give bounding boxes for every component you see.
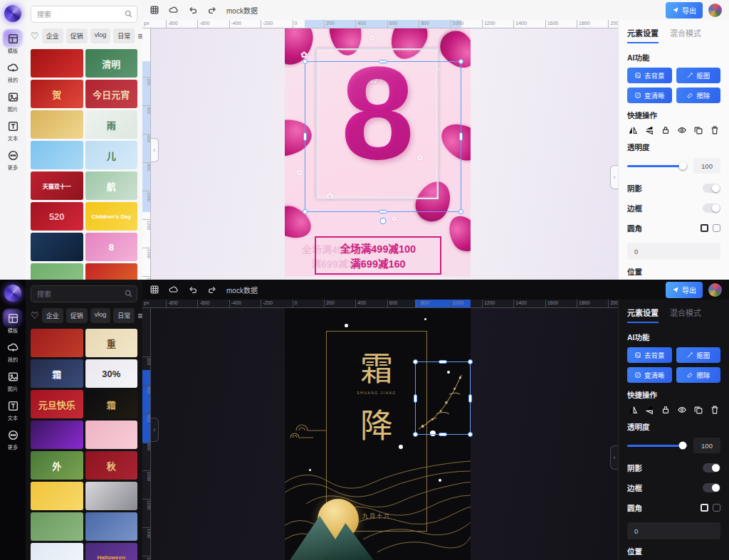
resize-handle[interactable]	[379, 60, 387, 63]
trash-icon[interactable]	[710, 405, 720, 415]
expand-panel-chevron[interactable]: ›	[610, 445, 618, 470]
flip-horizontal-icon[interactable]	[628, 125, 638, 135]
radius-value-field[interactable]: 0	[627, 243, 720, 260]
template-thumbnail[interactable]: 8	[85, 233, 138, 261]
template-thumbnail[interactable]: 元旦快乐	[31, 390, 83, 418]
layers-grid-icon[interactable]	[150, 285, 159, 295]
opacity-slider[interactable]	[627, 445, 688, 447]
search-input[interactable]	[31, 6, 137, 23]
border-toggle[interactable]	[703, 204, 720, 213]
remove-background-button[interactable]: 去背景	[627, 347, 672, 363]
template-thumbnail[interactable]	[31, 543, 83, 560]
user-avatar[interactable]	[708, 4, 722, 17]
template-thumbnail[interactable]: 清明	[85, 49, 138, 78]
filter-chip[interactable]: vlog	[90, 308, 111, 323]
template-thumbnail[interactable]	[31, 263, 83, 280]
app-logo[interactable]	[4, 285, 21, 302]
template-thumbnail[interactable]: 雨	[85, 110, 138, 139]
redo-icon[interactable]	[207, 285, 217, 295]
expand-panel-chevron[interactable]: ›	[610, 165, 618, 189]
app-logo[interactable]	[4, 5, 21, 22]
template-thumbnail[interactable]: 儿	[85, 141, 138, 169]
resize-handle[interactable]	[458, 209, 463, 214]
user-avatar[interactable]	[708, 283, 722, 297]
tab-blend-mode[interactable]: 混合模式	[670, 27, 701, 43]
cloud-save-icon[interactable]	[169, 285, 179, 295]
trash-icon[interactable]	[710, 125, 720, 135]
template-thumbnail[interactable]: 520	[31, 202, 83, 231]
resize-handle[interactable]	[303, 209, 308, 214]
canvas-area[interactable]: -800-600-400-200020040060080010001200140…	[142, 20, 618, 280]
eye-icon[interactable]	[677, 125, 687, 135]
template-thumbnail[interactable]: 霜	[31, 359, 83, 388]
sidebar-item-images[interactable]: 图片	[0, 88, 26, 117]
template-thumbnail[interactable]: 外	[31, 451, 83, 480]
radius-unlinked-icon[interactable]	[713, 504, 720, 512]
filter-chip[interactable]: 企业	[42, 308, 63, 323]
resize-handle[interactable]	[439, 360, 447, 364]
lock-icon[interactable]	[661, 125, 671, 135]
enhance-button[interactable]: 变清晰	[627, 88, 672, 103]
template-thumbnail[interactable]: 秋	[85, 451, 138, 480]
radius-unlinked-icon[interactable]	[713, 224, 720, 232]
rotate-handle[interactable]	[380, 218, 387, 224]
filter-chip[interactable]: vlog	[90, 28, 111, 43]
radius-linked-icon[interactable]	[701, 224, 708, 232]
template-thumbnail[interactable]	[85, 512, 138, 541]
radius-linked-icon[interactable]	[701, 504, 708, 512]
selection-box[interactable]	[305, 61, 461, 212]
resize-handle[interactable]	[303, 132, 307, 141]
lock-icon[interactable]	[661, 405, 671, 415]
tab-element-settings[interactable]: 元素设置	[627, 307, 659, 323]
tab-element-settings[interactable]: 元素设置	[627, 27, 659, 43]
undo-icon[interactable]	[188, 285, 198, 295]
sidebar-item-mine[interactable]: 我的	[0, 338, 26, 367]
filter-chip[interactable]: 企业	[42, 28, 63, 43]
filter-chip[interactable]: 促销	[66, 28, 88, 43]
opacity-slider[interactable]	[627, 165, 688, 167]
sidebar-item-templates[interactable]: 模板	[0, 29, 26, 58]
sidebar-item-text[interactable]: 文本	[0, 117, 26, 146]
template-thumbnail[interactable]	[85, 421, 138, 449]
search-input[interactable]	[31, 285, 137, 302]
template-thumbnail[interactable]	[85, 482, 138, 510]
erase-button[interactable]: 擦除	[676, 88, 721, 103]
slider-knob[interactable]	[679, 162, 687, 170]
template-thumbnail[interactable]: Children's Day	[85, 202, 138, 231]
border-toggle[interactable]	[703, 483, 720, 492]
template-thumbnail[interactable]: 霜	[85, 390, 138, 418]
radius-value-field[interactable]: 0	[627, 522, 720, 539]
sidebar-item-templates[interactable]: 模板	[0, 309, 26, 338]
template-thumbnail[interactable]	[31, 512, 83, 541]
sidebar-item-mine[interactable]: 我的	[0, 58, 26, 88]
template-thumbnail[interactable]: Halloween	[85, 543, 138, 560]
template-thumbnail[interactable]: 天猫双十一	[31, 171, 83, 200]
resize-handle[interactable]	[413, 359, 418, 364]
favorite-heart-icon[interactable]: ♡	[31, 31, 39, 41]
template-thumbnail[interactable]: 贺	[31, 80, 83, 108]
resize-handle[interactable]	[413, 432, 418, 437]
layers-grid-icon[interactable]	[150, 5, 159, 15]
resize-handle[interactable]	[379, 210, 387, 213]
eye-icon[interactable]	[677, 405, 687, 415]
favorite-heart-icon[interactable]: ♡	[31, 311, 39, 320]
canvas-area[interactable]: -800-600-400-200020040060080010001200140…	[142, 300, 618, 560]
shadow-toggle[interactable]	[703, 184, 720, 193]
shadow-toggle[interactable]	[703, 463, 720, 472]
erase-button[interactable]: 擦除	[676, 367, 721, 383]
template-thumbnail[interactable]	[31, 482, 83, 510]
cutout-button[interactable]: 抠图	[676, 347, 721, 363]
flip-vertical-icon[interactable]	[644, 125, 654, 135]
cutout-button[interactable]: 抠图	[676, 68, 721, 83]
undo-icon[interactable]	[188, 5, 198, 15]
sidebar-item-images[interactable]: 图片	[0, 367, 26, 396]
duplicate-icon[interactable]	[693, 405, 703, 415]
filter-chip[interactable]: 促销	[66, 308, 88, 323]
template-thumbnail[interactable]	[31, 49, 83, 78]
resize-handle[interactable]	[459, 132, 463, 141]
flip-vertical-icon[interactable]	[644, 405, 654, 415]
sidebar-item-more[interactable]: 更多	[0, 426, 26, 455]
resize-handle[interactable]	[458, 59, 463, 64]
collapse-panel-chevron[interactable]: ‹	[151, 138, 159, 162]
sidebar-item-more[interactable]: 更多	[0, 146, 26, 175]
